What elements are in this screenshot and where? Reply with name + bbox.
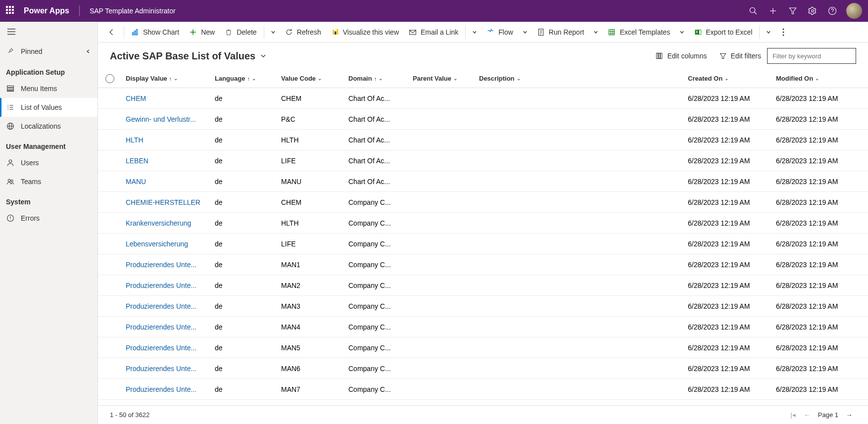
record-range-label: 1 - 50 of 3622 [110, 411, 149, 419]
refresh-button[interactable]: Refresh [280, 22, 326, 43]
table-row[interactable]: HLTHdeHLTHChart Of Ac...6/28/2023 12:19 … [98, 130, 868, 150]
flow-button[interactable]: Flow [482, 22, 518, 43]
cell-value-code: MAN6 [277, 365, 344, 373]
cmd-label: Visualize this view [343, 28, 399, 36]
delete-button[interactable]: Delete [220, 22, 261, 43]
email-link-dropdown[interactable] [468, 29, 482, 35]
table-row[interactable]: CHEMIE-HERSTELLERdeCHEMCompany C...6/28/… [98, 192, 868, 213]
new-button[interactable]: New [184, 22, 220, 43]
table-row[interactable]: LEBENdeLIFEChart Of Ac...6/28/2023 12:19… [98, 150, 868, 171]
delete-dropdown[interactable] [266, 29, 280, 35]
table-row[interactable]: Produzierendes Unte...deMAN6Company C...… [98, 358, 868, 379]
settings-icon[interactable] [803, 0, 822, 22]
record-link[interactable]: Produzierendes Unte... [126, 302, 196, 310]
app-launcher-icon[interactable] [6, 6, 16, 16]
show-chart-button[interactable]: Show Chart [126, 22, 184, 43]
cell-language: de [211, 261, 277, 269]
visualize-button[interactable]: Visualize this view [326, 22, 404, 43]
sidebar-pinned[interactable]: Pinned [0, 42, 97, 61]
record-link[interactable]: Lebensversicherung [126, 240, 188, 248]
record-link[interactable]: LEBEN [126, 157, 148, 165]
column-header-display-value[interactable]: Display Value↑⌄ [122, 75, 211, 82]
column-header-domain[interactable]: Domain↑⌄ [344, 75, 409, 82]
cell-display-value: CHEMIE-HERSTELLER [122, 198, 211, 206]
table-row[interactable]: Produzierendes Unte...deMAN4Company C...… [98, 317, 868, 337]
record-link[interactable]: CHEM [126, 94, 146, 102]
flow-dropdown[interactable] [518, 29, 532, 35]
cell-domain: Company C... [344, 344, 409, 352]
record-link[interactable]: Gewinn- und Verlustr... [126, 115, 196, 123]
record-link[interactable]: HLTH [126, 136, 144, 144]
table-row[interactable]: Produzierendes Unte...deMAN2Company C...… [98, 275, 868, 296]
sidebar-item-list-of-values[interactable]: List of Values [0, 98, 97, 117]
sidebar-item-teams[interactable]: Teams [0, 172, 97, 191]
cell-modified-on: 6/28/2023 12:19 AM [772, 136, 860, 144]
overflow-button[interactable] [775, 28, 791, 36]
back-button[interactable] [102, 28, 122, 36]
cell-value-code: HLTH [277, 219, 344, 227]
record-link[interactable]: Produzierendes Unte... [126, 344, 196, 352]
cell-language: de [211, 94, 277, 102]
record-link[interactable]: CHEMIE-HERSTELLER [126, 198, 200, 206]
cell-language: de [211, 344, 277, 352]
tool-label: Edit filters [731, 52, 761, 60]
column-header-parent-value[interactable]: Parent Value⌄ [409, 75, 475, 82]
record-link[interactable]: Produzierendes Unte... [126, 365, 196, 373]
edit-filters-button[interactable]: Edit filters [713, 48, 767, 64]
table-row[interactable]: Produzierendes Unte...deMAN3Company C...… [98, 296, 868, 317]
sidebar-item-users[interactable]: Users [0, 153, 97, 172]
record-link[interactable]: Krankenversicherung [126, 219, 191, 227]
record-link[interactable]: Produzierendes Unte... [126, 323, 196, 331]
table-row[interactable]: KrankenversicherungdeHLTHCompany C...6/2… [98, 213, 868, 234]
sidebar-item-errors[interactable]: Errors [0, 209, 97, 228]
chevron-down-icon: ⌄ [174, 76, 178, 81]
add-icon[interactable] [763, 0, 783, 22]
command-bar: Show Chart New Delete Refresh Visualize … [98, 22, 868, 43]
sidebar-item-localizations[interactable]: Localizations [0, 117, 97, 136]
sidebar-item-menu-items[interactable]: Menu Items [0, 79, 97, 98]
record-link[interactable]: Produzierendes Unte... [126, 282, 196, 289]
filter-icon[interactable] [783, 0, 803, 22]
email-link-button[interactable]: Email a Link [404, 22, 463, 43]
filter-keyword-input[interactable] [767, 48, 856, 64]
next-page-button[interactable]: → [842, 411, 856, 419]
view-title-dropdown[interactable]: Active SAP Base List of Values [110, 50, 266, 62]
excel-templates-dropdown[interactable] [675, 29, 689, 35]
hamburger-button[interactable] [0, 22, 97, 42]
chevron-down-icon [84, 48, 92, 54]
export-excel-button[interactable]: X Export to Excel [689, 22, 757, 43]
help-icon[interactable] [822, 0, 842, 22]
export-excel-dropdown[interactable] [762, 29, 775, 35]
first-page-button[interactable]: |◂ [786, 411, 800, 419]
table-row[interactable]: Produzierendes Unte...deMAN5Company C...… [98, 337, 868, 358]
svg-point-51 [783, 31, 784, 33]
excel-templates-button[interactable]: Excel Templates [603, 22, 675, 43]
column-header-language[interactable]: Language↑⌄ [211, 75, 277, 82]
select-all-checkbox[interactable] [98, 74, 122, 83]
table-row[interactable]: CHEMdeCHEMChart Of Ac...6/28/2023 12:19 … [98, 88, 868, 109]
svg-point-25 [11, 180, 13, 182]
table-row[interactable]: MANUdeMANUChart Of Ac...6/28/2023 12:19 … [98, 171, 868, 192]
cell-domain: Chart Of Ac... [344, 115, 409, 123]
edit-columns-button[interactable]: Edit columns [649, 48, 713, 64]
table-row[interactable]: LebensversicherungdeLIFECompany C...6/28… [98, 234, 868, 254]
column-header-value-code[interactable]: Value Code⌄ [277, 75, 344, 82]
search-icon[interactable] [743, 0, 763, 22]
user-avatar[interactable] [846, 3, 862, 19]
svg-rect-11 [7, 86, 14, 87]
sidebar-section-app-setup: Application Setup [0, 61, 97, 79]
column-header-modified-on[interactable]: Modified On⌄ [772, 75, 860, 82]
column-header-description[interactable]: Description⌄ [475, 75, 684, 82]
cell-display-value: Krankenversicherung [122, 219, 211, 227]
grid-body[interactable]: CHEMdeCHEMChart Of Ac...6/28/2023 12:19 … [98, 88, 868, 405]
record-link[interactable]: Produzierendes Unte... [126, 261, 196, 269]
record-link[interactable]: Produzierendes Unte... [126, 385, 196, 393]
prev-page-button[interactable]: ← [800, 411, 814, 419]
table-row[interactable]: Gewinn- und Verlustr...deP&CChart Of Ac.… [98, 109, 868, 130]
run-report-dropdown[interactable] [589, 29, 603, 35]
record-link[interactable]: MANU [126, 178, 146, 186]
run-report-button[interactable]: Run Report [532, 22, 589, 43]
table-row[interactable]: Produzierendes Unte...deMAN1Company C...… [98, 254, 868, 275]
column-header-created-on[interactable]: Created On⌄ [684, 75, 772, 82]
table-row[interactable]: Produzierendes Unte...deMAN7Company C...… [98, 379, 868, 400]
